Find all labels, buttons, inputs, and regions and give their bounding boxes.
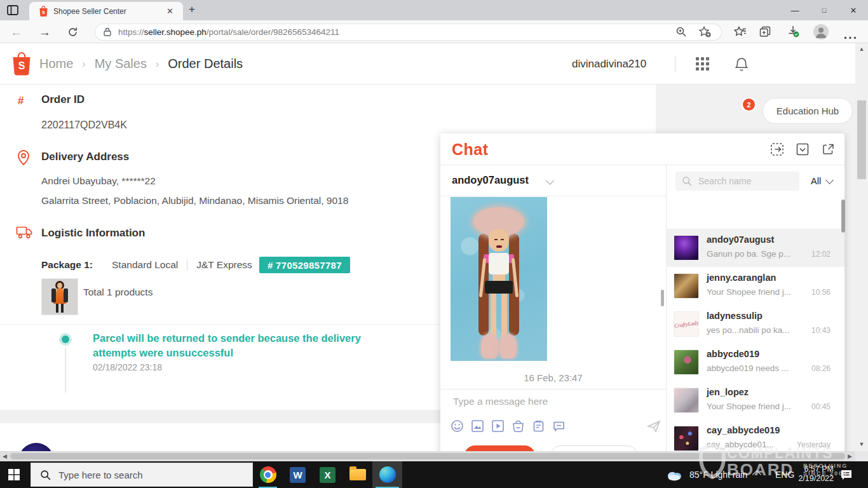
tab-close-icon[interactable]: ✕	[166, 6, 173, 16]
vertical-scrollbar[interactable]: ▲ ▼	[855, 43, 868, 451]
conversation-name[interactable]: andoy07august	[452, 174, 529, 186]
chat-title: Chat	[452, 140, 489, 159]
emoji-icon[interactable]	[451, 419, 464, 433]
contact-name: ladynessulip	[707, 311, 763, 321]
language-indicator[interactable]: ENG	[775, 470, 794, 480]
minimize-button[interactable]: —	[780, 0, 810, 20]
action-center-icon[interactable]	[840, 469, 853, 484]
order-id-title: Order ID	[41, 93, 85, 106]
contact-search-box[interactable]	[675, 172, 799, 191]
contact-row[interactable]: jenny.caranglan Your Shopee friend j... …	[666, 267, 844, 305]
package-row: Package 1: Standard Local J&T Express	[41, 256, 252, 274]
contact-row[interactable]: CraftyLady ladynessulip yes po...nabili …	[666, 305, 844, 343]
weather-text[interactable]: 85°F Light rain	[689, 470, 747, 480]
pop-out-icon[interactable]	[770, 142, 784, 159]
taskbar-search-input[interactable]	[57, 469, 231, 481]
maximize-button[interactable]: □	[810, 0, 839, 20]
video-icon[interactable]	[491, 419, 505, 433]
education-hub-button[interactable]: Education Hub	[763, 98, 853, 124]
order-id-value: 2202117QD2VB4K	[41, 119, 127, 131]
status-time: 02/18/2022 23:18	[93, 362, 162, 372]
horizontal-scrollbar[interactable]: ◀ ▶	[0, 451, 855, 461]
close-button[interactable]: ✕	[839, 0, 868, 20]
faq-bubble-icon[interactable]	[552, 419, 566, 433]
back-icon[interactable]: ←	[10, 25, 22, 39]
contact-row[interactable]: andoy07august Ganun po ba. Sge p... 12:0…	[666, 229, 844, 267]
refresh-icon[interactable]	[67, 27, 78, 40]
tracking-number-badge[interactable]: # 770529857787	[259, 257, 350, 273]
svg-text:S: S	[42, 10, 45, 15]
collections-icon[interactable]	[759, 26, 771, 40]
new-tab-button[interactable]: +	[189, 3, 195, 16]
send-icon[interactable]	[647, 420, 661, 435]
expand-icon[interactable]	[821, 142, 835, 159]
tab-title: Shopee Seller Center	[53, 7, 126, 16]
vertical-scrollbar-thumb[interactable]	[857, 100, 866, 179]
weather-cloud-icon[interactable]	[666, 470, 683, 484]
username[interactable]: divinadivina210	[572, 58, 646, 71]
profile-icon[interactable]	[813, 24, 829, 39]
scroll-right-icon[interactable]: ▶	[848, 453, 852, 459]
contact-list-scrollbar[interactable]	[841, 200, 845, 233]
message-image[interactable]	[451, 197, 547, 361]
search-icon	[40, 470, 51, 480]
chat-message-input[interactable]	[452, 395, 658, 408]
shopee-logo-icon[interactable]: S	[10, 51, 33, 79]
conversation-header[interactable]: andoy07august	[440, 165, 666, 196]
contact-name: cay_abbycde019	[707, 425, 780, 435]
lock-icon[interactable]	[103, 25, 112, 39]
avatar-text: CraftyLady	[674, 319, 699, 329]
start-button[interactable]	[8, 469, 20, 483]
browser-tab[interactable]: S Shopee Seller Center ✕	[29, 2, 183, 20]
clock[interactable]: 6:57 PM 2/19/2022	[794, 464, 834, 484]
notification-bell-icon[interactable]	[735, 57, 749, 75]
contact-avatar	[674, 426, 699, 451]
scroll-left-icon[interactable]: ◀	[3, 453, 7, 459]
clock-date: 2/19/2022	[798, 474, 834, 483]
contact-search-input[interactable]	[697, 175, 795, 187]
contact-name: jen_lopez	[707, 387, 749, 397]
scroll-up-icon[interactable]: ▲	[855, 46, 868, 52]
favorites-icon[interactable]	[734, 26, 747, 40]
excel-icon[interactable]: X	[313, 461, 342, 488]
breadcrumb-my-sales[interactable]: My Sales	[95, 57, 147, 71]
downloads-icon[interactable]	[787, 25, 800, 41]
message-scrollbar[interactable]	[661, 290, 664, 306]
chevron-down-icon	[825, 176, 834, 184]
add-favorite-icon[interactable]	[699, 26, 711, 40]
image-icon[interactable]	[471, 419, 484, 433]
tab-preview-icon[interactable]	[6, 4, 19, 19]
location-pin-icon	[17, 149, 31, 168]
product-thumbnail[interactable]	[41, 278, 78, 315]
file-explorer-icon[interactable]	[342, 461, 372, 488]
edge-icon[interactable]	[372, 461, 402, 488]
breadcrumb: Home › My Sales › Order Details	[39, 43, 243, 85]
input-divider	[440, 389, 666, 390]
contact-list-pane: All andoy07august Ganun po ba. Sge p... …	[666, 165, 844, 488]
contact-time: Yesterday	[797, 440, 831, 449]
contact-row[interactable]: abbycde019 abbycde019 needs ... 08:26	[666, 343, 844, 381]
word-icon[interactable]: W	[283, 461, 313, 488]
browser-tab-bar: S Shopee Seller Center ✕ + — □ ✕	[0, 0, 868, 20]
scroll-down-icon[interactable]: ▼	[855, 441, 868, 447]
package-label: Package 1:	[41, 259, 93, 271]
contact-name: jenny.caranglan	[707, 273, 776, 283]
breadcrumb-home[interactable]: Home	[39, 57, 73, 71]
filter-label[interactable]: All	[811, 176, 821, 186]
inbox-check-icon[interactable]	[796, 142, 810, 159]
contact-filter[interactable]: All	[811, 172, 832, 191]
taskbar-search[interactable]	[31, 463, 253, 487]
chevron-down-icon[interactable]	[546, 177, 554, 185]
address-bar[interactable]: https://seller.shopee.ph/portal/sale/ord…	[95, 24, 721, 40]
hidden-icons-chevron[interactable]	[752, 470, 761, 479]
chrome-icon[interactable]	[253, 461, 283, 488]
product-icon[interactable]	[512, 419, 525, 433]
horizontal-scrollbar-thumb[interactable]	[10, 453, 845, 459]
order-clipboard-icon[interactable]	[532, 419, 545, 433]
zoom-icon[interactable]	[675, 26, 687, 40]
apps-grid-icon[interactable]	[696, 57, 709, 71]
shopee-header: S Home › My Sales › Order Details divina…	[0, 43, 868, 85]
more-menu-icon[interactable]	[844, 30, 857, 42]
forward-icon[interactable]: →	[39, 25, 51, 39]
contact-row[interactable]: jen_lopez Your Shopee friend j... 00:45	[666, 381, 844, 419]
